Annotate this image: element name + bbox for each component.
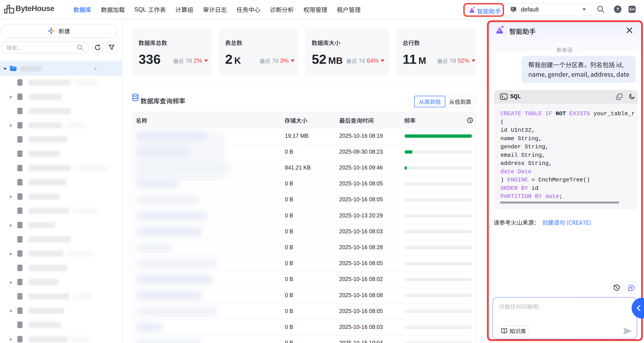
svg-text:?: ? bbox=[616, 7, 619, 12]
